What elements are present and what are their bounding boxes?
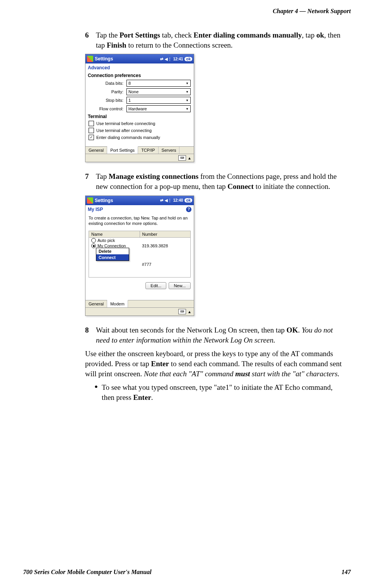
bullet-icon bbox=[94, 382, 98, 402]
combo-data-bits[interactable]: 8▼ bbox=[126, 80, 191, 87]
step-text: Wait about ten seconds for the Network L… bbox=[96, 325, 347, 345]
tab-servers[interactable]: Servers bbox=[159, 147, 180, 154]
connectivity-icon[interactable]: ⇄ bbox=[160, 198, 163, 202]
step-text: Tap Manage existing connections from the… bbox=[96, 171, 347, 191]
dash: — bbox=[300, 8, 306, 14]
ok-button[interactable]: ok bbox=[184, 57, 192, 61]
table-header: Name Number bbox=[89, 231, 190, 238]
context-menu: Delete Connect bbox=[96, 248, 129, 261]
chevron-down-icon: ▼ bbox=[186, 90, 189, 94]
checkbox-icon[interactable] bbox=[89, 128, 94, 133]
checkbox-icon[interactable] bbox=[89, 121, 94, 126]
tab-general[interactable]: General bbox=[85, 300, 107, 307]
soft-input-bar: ⌨ ▲ bbox=[85, 307, 194, 315]
page-footer: 700 Series Color Mobile Computer User's … bbox=[23, 569, 351, 576]
keyboard-icon[interactable]: ⌨ bbox=[178, 309, 186, 314]
page-header: Chapter 4 — Network Support bbox=[23, 8, 351, 15]
step-number: 6 bbox=[85, 30, 92, 50]
app-title: Settings bbox=[95, 56, 113, 62]
chk-terminal-before[interactable]: Use terminal before connecting bbox=[85, 120, 194, 127]
tab-modem[interactable]: Modem bbox=[107, 300, 128, 307]
bottom-tabs: General Port Settings TCP/IP Servers bbox=[85, 146, 194, 154]
edit-button[interactable]: Edit... bbox=[145, 282, 166, 289]
screen-title: Advanced bbox=[85, 63, 194, 72]
section-terminal: Terminal bbox=[85, 113, 194, 120]
up-arrow-icon[interactable]: ▲ bbox=[188, 310, 191, 314]
chk-dialing-manually[interactable]: ✓ Enter dialing commands manually bbox=[85, 134, 194, 141]
titlebar: Settings ⇄ ◀⋮ 12:40 ok bbox=[85, 196, 194, 205]
help-icon[interactable]: ? bbox=[186, 207, 191, 212]
titlebar: Settings ⇄ ◀⋮ 12:41 ok bbox=[85, 54, 194, 63]
volume-icon[interactable]: ◀⋮ bbox=[165, 198, 172, 202]
new-button[interactable]: New... bbox=[169, 282, 191, 289]
chevron-down-icon: ▼ bbox=[186, 82, 189, 85]
tab-tcpip[interactable]: TCP/IP bbox=[138, 147, 158, 154]
step-number: 7 bbox=[85, 171, 92, 191]
col-number: Number bbox=[140, 231, 191, 237]
bullet-ate1: To see what you typed onscreen, type "at… bbox=[94, 382, 347, 402]
table-row[interactable]: #777 bbox=[89, 262, 190, 267]
tab-general[interactable]: General bbox=[85, 147, 107, 154]
bottom-tabs: General Modem bbox=[85, 300, 194, 307]
row-flow-control: Flow control: Hardware▼ bbox=[85, 105, 194, 113]
app-title: Settings bbox=[95, 198, 113, 203]
connectivity-icon[interactable]: ⇄ bbox=[160, 57, 163, 61]
row-parity: Parity: None▼ bbox=[85, 87, 194, 96]
screen-title: My ISP ? bbox=[85, 205, 194, 214]
ok-button[interactable]: ok bbox=[184, 198, 192, 202]
clock: 12:41 bbox=[173, 57, 183, 61]
table-row[interactable]: Auto pick bbox=[89, 238, 190, 243]
checkbox-icon[interactable]: ✓ bbox=[89, 135, 94, 140]
menu-delete[interactable]: Delete bbox=[96, 248, 129, 254]
step-7: 7 Tap Manage existing connections from t… bbox=[85, 171, 347, 191]
step-text: Tap the Port Settings tab, check Enter d… bbox=[96, 30, 347, 50]
col-name: Name bbox=[89, 231, 140, 237]
screenshot-my-isp: Settings ⇄ ◀⋮ 12:40 ok My ISP ? To creat… bbox=[85, 195, 194, 316]
row-stop-bits: Stop bits: 1▼ bbox=[85, 96, 194, 105]
row-data-bits: Data bits: 8▼ bbox=[85, 79, 194, 87]
chapter-title: Network Support bbox=[307, 8, 351, 14]
instruction-text: To create a connection, tap New. Tap and… bbox=[85, 214, 194, 230]
soft-input-bar: ⌨ ▲ bbox=[85, 154, 194, 162]
radio-icon[interactable] bbox=[91, 243, 96, 248]
tab-port-settings[interactable]: Port Settings bbox=[107, 146, 138, 154]
start-icon[interactable] bbox=[87, 56, 93, 62]
clock: 12:40 bbox=[173, 198, 183, 202]
step-6: 6 Tap the Port Settings tab, check Enter… bbox=[85, 30, 347, 50]
step-number: 8 bbox=[85, 325, 92, 345]
section-connection-prefs: Connection preferences bbox=[85, 72, 194, 79]
paragraph-at-commands: Use either the onscreen keyboard, or pre… bbox=[85, 349, 347, 379]
step-8: 8 Wait about ten seconds for the Network… bbox=[85, 325, 347, 345]
combo-stop-bits[interactable]: 1▼ bbox=[126, 97, 191, 104]
start-icon[interactable] bbox=[87, 197, 93, 204]
menu-connect[interactable]: Connect bbox=[96, 254, 129, 261]
manual-title: 700 Series Color Mobile Computer User's … bbox=[23, 569, 152, 576]
screenshot-advanced: Settings ⇄ ◀⋮ 12:41 ok Advanced Connecti… bbox=[85, 54, 194, 162]
chapter-label: Chapter 4 bbox=[273, 8, 298, 14]
chevron-down-icon: ▼ bbox=[186, 99, 189, 102]
up-arrow-icon[interactable]: ▲ bbox=[188, 156, 191, 160]
chk-terminal-after[interactable]: Use terminal after connecting bbox=[85, 127, 194, 134]
page-number: 147 bbox=[342, 569, 351, 576]
button-row: Edit... New... bbox=[85, 280, 194, 293]
combo-parity[interactable]: None▼ bbox=[126, 88, 191, 95]
combo-flow-control[interactable]: Hardware▼ bbox=[126, 105, 191, 112]
chevron-down-icon: ▼ bbox=[186, 107, 189, 111]
keyboard-icon[interactable]: ⌨ bbox=[178, 155, 186, 161]
volume-icon[interactable]: ◀⋮ bbox=[165, 57, 172, 61]
connections-table: Name Number Auto pick My Connection 319.… bbox=[89, 231, 191, 278]
radio-icon[interactable] bbox=[91, 238, 96, 243]
